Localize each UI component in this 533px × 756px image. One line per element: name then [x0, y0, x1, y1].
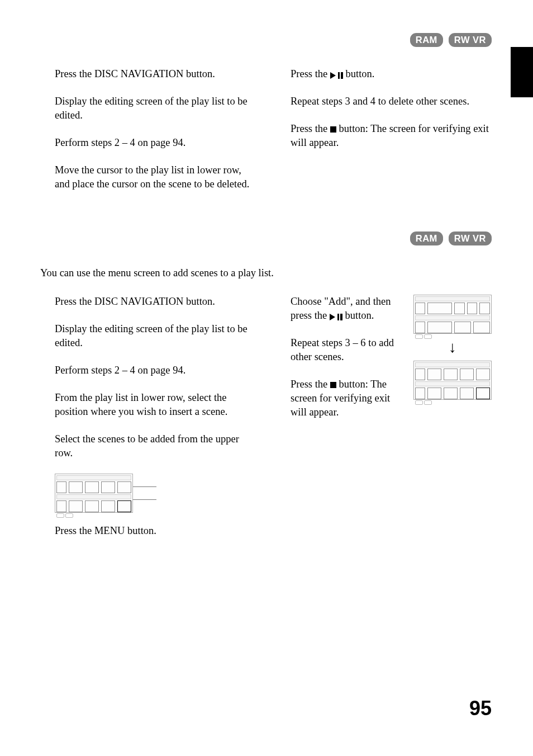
- step-2-7: Choose "Add", and then press the button.: [291, 295, 406, 323]
- step-1-1: Press the DISC NAVIGATION button.: [55, 67, 256, 81]
- stop-icon: [330, 126, 336, 133]
- leader-line: [133, 486, 156, 487]
- step-1-6: Repeat steps 3 and 4 to delete other sce…: [291, 94, 492, 108]
- screen-illustration-left: [55, 474, 256, 513]
- badge-ram: RAM: [410, 33, 443, 47]
- step-1-4: Move the cursor to the play list in lowe…: [55, 163, 256, 191]
- text: button.: [343, 68, 375, 79]
- intro-text: You can use the menu screen to add scene…: [40, 266, 492, 280]
- play-pause-icon: [330, 309, 342, 323]
- badge-rwvr: RW VR: [449, 231, 492, 245]
- screen-box-before: [413, 295, 492, 334]
- step-2-9: Press the button: The screen for verifyi…: [291, 377, 406, 419]
- step-2-6: Press the MENU button.: [55, 524, 256, 538]
- page-number: 95: [469, 695, 492, 722]
- step-2-8: Repeat steps 3 – 6 to add other scenes.: [291, 336, 406, 364]
- step-1-3: Perform steps 2 – 4 on page 94.: [55, 136, 256, 150]
- text: Press the: [291, 68, 330, 79]
- badge-rwvr: RW VR: [449, 33, 492, 47]
- side-tab: [511, 47, 533, 97]
- step-2-5: Select the scenes to be added from the u…: [55, 432, 256, 460]
- badge-ram: RAM: [410, 231, 443, 245]
- arrow-down-icon: ↓: [449, 339, 456, 355]
- play-pause-icon: [330, 68, 343, 82]
- section-add-scenes: You can use the menu screen to add scene…: [40, 266, 492, 551]
- section-delete-scenes: Press the DISC NAVIGATION button. Displa…: [40, 67, 492, 205]
- screen-illustration-right: ↓: [413, 295, 492, 400]
- step-1-2: Display the editing screen of the play l…: [55, 94, 256, 122]
- step-1-5: Press the button.: [291, 67, 492, 81]
- text: button.: [342, 310, 374, 321]
- step-2-3: Perform steps 2 – 4 on page 94.: [55, 363, 256, 377]
- leader-line: [133, 499, 156, 500]
- screen-box-after: [413, 361, 492, 400]
- stop-icon: [330, 382, 336, 388]
- format-badges-mid: RAM RW VR: [410, 231, 492, 245]
- format-badges-top: RAM RW VR: [410, 33, 492, 47]
- step-2-1: Press the DISC NAVIGATION button.: [55, 295, 256, 309]
- step-2-2: Display the editing screen of the play l…: [55, 322, 256, 350]
- step-2-4: From the play list in lower row, select …: [55, 391, 256, 419]
- text: Press the: [291, 123, 330, 134]
- text: Press the: [291, 379, 330, 390]
- step-1-7: Press the button: The screen for verifyi…: [291, 122, 492, 150]
- screen-box: [55, 474, 133, 513]
